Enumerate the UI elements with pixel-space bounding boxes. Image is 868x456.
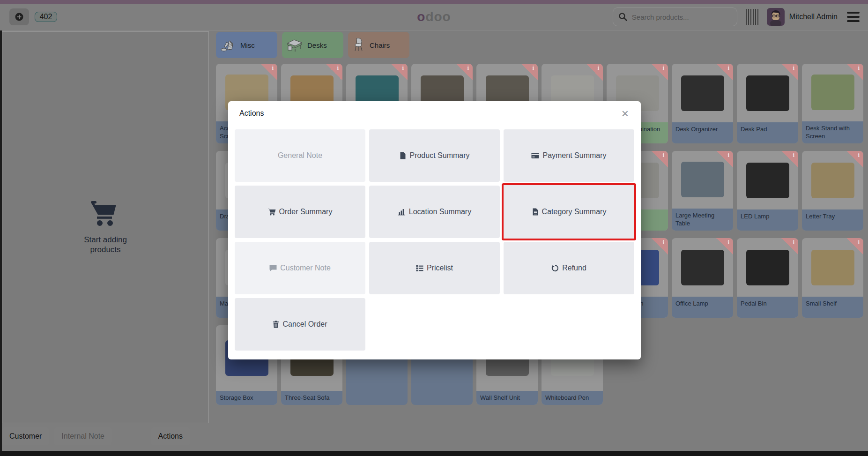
product-name: Whiteboard Pen [542,391,603,405]
info-badge-icon: i [651,151,668,168]
pos-screen: 402 odoo [0,0,868,456]
file-lines-icon [532,208,539,216]
info-badge-icon: i [781,238,798,255]
info-badge-icon: i [260,64,277,81]
button-label: Location Summary [409,208,471,216]
info-badge-icon: i [716,64,733,81]
product-card[interactable]: iDesk Organizer [672,64,733,143]
product-name: Large Meeting Table [672,209,733,231]
empty-cart-text: Start adding products [70,235,141,255]
product-card[interactable]: iPedal Bin [737,238,798,318]
plus-circle-icon [15,12,24,22]
product-card[interactable]: iLarge Meeting Table [672,151,733,231]
close-icon[interactable]: × [621,109,630,118]
barcode-icon [746,9,758,25]
empty-cart-placeholder: Start adding products [70,200,141,255]
product-name: Office Lamp [672,297,733,318]
refund-button[interactable]: Refund [504,242,634,294]
info-badge-icon: i [521,64,538,81]
new-order-button[interactable] [9,8,29,25]
actions-button[interactable]: Actions [151,427,190,445]
button-label: Product Summary [409,151,469,160]
customer-note-button[interactable]: Customer Note [235,242,365,294]
internal-note-button[interactable]: Internal Note [54,427,112,445]
desks-category-icon [286,37,304,52]
product-name: Three-Seat Sofa [281,391,342,405]
button-label: Order Summary [279,208,333,216]
button-label: General Note [278,151,322,160]
product-name: Small Shelf [802,297,863,318]
hamburger-menu-icon[interactable] [846,10,861,24]
category-label: Desks [307,41,327,49]
button-label: Cancel Order [282,320,327,329]
product-name: Desk Pad [737,122,798,143]
category-label: Misc [240,41,255,49]
product-name: Wall Shelf Unit [476,391,538,405]
topbar: 402 odoo [0,4,868,30]
product-card[interactable]: iDesk Pad [737,64,798,143]
product-name: Storage Box [216,391,277,405]
user-name: Mitchell Admin [789,13,838,21]
shopping-cart-icon [90,200,121,227]
search-box [613,7,737,26]
button-label: Category Summary [542,208,607,216]
trash-icon [273,321,279,328]
category-tabs: Misc Desks Chairs [216,32,865,58]
product-name: Desk Stand with Screen [802,121,863,143]
category-tab-chairs[interactable]: Chairs [348,32,409,58]
brand-color-strip [0,0,868,4]
screen-bottom-edge [0,451,868,456]
misc-category-icon [220,37,237,53]
list-icon [416,265,423,272]
modal-title: Actions [239,109,264,118]
button-label: Payment Summary [542,151,606,160]
info-badge-icon: i [651,64,668,81]
location-summary-button[interactable]: Location Summary [369,186,500,238]
customer-button[interactable]: Customer [2,427,49,445]
modal-header: Actions × [228,101,641,122]
avatar [767,8,785,26]
product-name: LED Lamp [737,209,798,231]
undo-icon [551,264,559,272]
product-card[interactable]: iDesk Stand with Screen [802,64,863,143]
actions-modal: Actions × General Note Product Summary P… [228,101,641,359]
comment-icon [269,265,277,272]
info-badge-icon: i [846,151,863,168]
modal-body: General Note Product Summary Payment Sum… [228,122,641,357]
info-badge-icon: i [781,64,798,81]
info-badge-icon: i [391,64,408,81]
info-badge-icon: i [716,238,733,255]
payment-summary-button[interactable]: Payment Summary [504,129,634,182]
chairs-category-icon [352,37,366,53]
category-tab-desks[interactable]: Desks [282,32,343,58]
search-icon [618,12,628,22]
info-badge-icon: i [846,238,863,255]
button-label: Pricelist [427,264,453,272]
cancel-order-button[interactable]: Cancel Order [235,298,365,351]
cart-icon [268,208,276,216]
info-badge-icon: i [846,64,863,81]
info-badge-icon: i [651,238,668,255]
product-name: Letter Tray [802,209,863,231]
order-panel: Start adding products [2,31,209,423]
order-summary-button[interactable]: Order Summary [235,186,365,238]
search-input[interactable] [613,7,737,26]
order-number-tab[interactable]: 402 [35,12,57,22]
credit-card-icon [531,152,539,159]
file-icon [399,152,406,159]
general-note-button[interactable]: General Note [235,129,365,182]
product-card[interactable]: iSmall Shelf [802,238,863,318]
product-card[interactable]: iOffice Lamp [672,238,733,318]
product-name: Pedal Bin [737,297,798,318]
product-summary-button[interactable]: Product Summary [369,129,500,182]
product-card[interactable]: iLED Lamp [737,151,798,231]
category-tab-misc[interactable]: Misc [216,32,277,58]
product-card[interactable]: iLetter Tray [802,151,863,231]
category-summary-button[interactable]: Category Summary [502,183,636,240]
info-badge-icon: i [781,151,798,168]
user-menu[interactable]: Mitchell Admin [767,8,838,26]
bar-chart-icon [398,208,406,216]
order-footer-buttons: Customer Internal Note Actions [2,427,209,445]
info-badge-icon: i [326,64,342,81]
pricelist-button[interactable]: Pricelist [369,242,500,294]
